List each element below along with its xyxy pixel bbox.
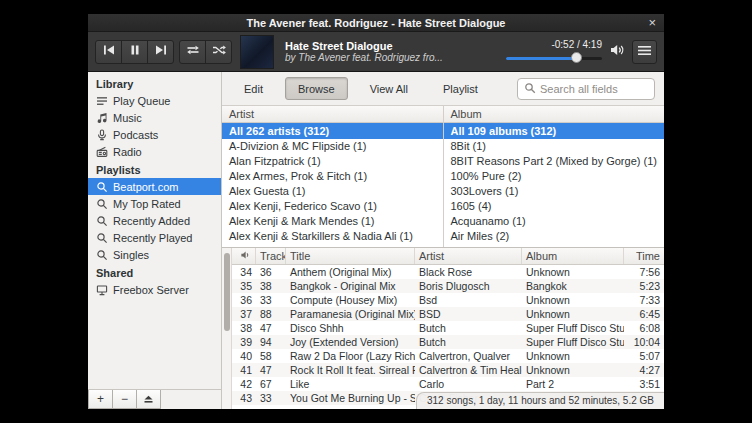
now-playing-title: Hate Street Dialogue <box>285 40 497 52</box>
now-playing-byline: by The Avener feat. Rodriguez fro... <box>285 52 497 63</box>
sidebar-item-my-top-rated[interactable]: My Top Rated <box>88 195 221 212</box>
search-input[interactable] <box>540 83 648 95</box>
album-row[interactable]: Acquanamo (1) <box>444 214 665 229</box>
remove-button[interactable]: − <box>112 390 137 409</box>
volume-button[interactable] <box>609 43 625 60</box>
album-row[interactable]: Air Miles (2) <box>444 229 665 244</box>
add-button[interactable]: + <box>88 390 113 409</box>
artist-row[interactable]: A-Divizion & MC Flipside (1) <box>222 139 443 154</box>
view-toolbar-buttons: EditBrowseView AllPlaylist <box>231 77 491 100</box>
track-column-header[interactable]: Track <box>256 248 286 264</box>
repeat-button[interactable] <box>179 40 206 64</box>
album-row[interactable]: 100% Pure (2) <box>444 169 665 184</box>
album-row[interactable]: 1605 (4) <box>444 199 665 214</box>
pause-icon <box>129 44 141 59</box>
view-button-browse[interactable]: Browse <box>285 77 348 100</box>
track-row[interactable]: 37 88 Paramanesia (Original Mix) BSD Unk… <box>232 307 664 321</box>
artist-row[interactable]: Alex Guesta (1) <box>222 184 443 199</box>
scrollbar-thumb[interactable] <box>224 253 230 331</box>
artist-list: All 262 artists (312)A-Divizion & MC Fli… <box>222 123 443 247</box>
artist-row[interactable]: All 262 artists (312) <box>222 123 443 139</box>
track-row[interactable]: 42 67 Like Carlo Part 2 3:51 <box>232 377 664 391</box>
track-row[interactable]: 34 36 Anthem (Original Mix) Black Rose U… <box>232 265 664 279</box>
sidebar-item-recently-played[interactable]: Recently Played <box>88 229 221 246</box>
progress-fill <box>506 57 577 60</box>
pause-button[interactable] <box>121 40 148 64</box>
view-button-edit[interactable]: Edit <box>231 77 276 100</box>
album-list: All 109 albums (312)8Bit (1)8BIT Reasons… <box>444 123 665 247</box>
previous-button[interactable] <box>95 40 122 64</box>
sidebar-section-header: Playlists <box>88 160 221 178</box>
sidebar-item-beatport-com[interactable]: Beatport.com <box>88 178 221 195</box>
auto-playlist-icon <box>96 232 108 244</box>
sidebar-item-play-queue[interactable]: Play Queue <box>88 92 221 109</box>
track-row[interactable]: 39 94 Joy (Extended Version) Butch Super… <box>232 335 664 349</box>
podcast-icon <box>96 129 108 141</box>
album-row[interactable]: 303Lovers (1) <box>444 184 665 199</box>
sidebar-item-radio[interactable]: Radio <box>88 143 221 160</box>
now-playing: Hate Street Dialogue by The Avener feat.… <box>285 40 497 63</box>
window-title: The Avener feat. Rodriguez - Hate Street… <box>247 17 506 29</box>
progress-stack: -0:52 / 4:19 <box>502 39 602 64</box>
album-col-header[interactable]: Album <box>522 248 624 264</box>
titlebar[interactable]: The Avener feat. Rodriguez - Hate Street… <box>88 14 664 32</box>
sidebar-item-music[interactable]: Music <box>88 109 221 126</box>
mode-controls <box>179 40 232 64</box>
title-column-header[interactable]: Title <box>286 248 415 264</box>
tracklist-table: Track Title Artist Album Time 34 36 Anth… <box>232 248 664 409</box>
auto-playlist-icon <box>96 198 108 210</box>
time-column-header[interactable]: Time <box>624 248 664 264</box>
hamburger-icon <box>638 44 651 59</box>
album-column-header[interactable]: Album <box>444 106 665 123</box>
sidebar-item-freebox-server[interactable]: Freebox Server <box>88 281 221 298</box>
track-row[interactable]: 40 58 Raw 2 Da Floor (Lazy Rich Re... Ca… <box>232 349 664 363</box>
progress-knob[interactable] <box>571 52 582 63</box>
eject-button[interactable] <box>136 390 161 409</box>
auto-playlist-icon <box>96 181 108 193</box>
view-button-playlist[interactable]: Playlist <box>430 77 491 100</box>
time-label: -0:52 / 4:19 <box>551 39 602 50</box>
artist-row[interactable]: Alex Kenji & Mark Mendes (1) <box>222 214 443 229</box>
view-toolbar: EditBrowseView AllPlaylist <box>222 72 664 106</box>
artist-col-header[interactable]: Artist <box>415 248 522 264</box>
close-button[interactable]: × <box>645 14 659 32</box>
album-row[interactable]: 8BIT Reasons Part 2 (Mixed by Gorge) (1) <box>444 154 665 169</box>
album-art <box>240 35 274 69</box>
seek-slider[interactable] <box>506 52 602 64</box>
sidebar-item-recently-added[interactable]: Recently Added <box>88 212 221 229</box>
album-row[interactable]: 8Bit (1) <box>444 139 665 154</box>
sidebar-item-singles[interactable]: Singles <box>88 246 221 263</box>
shuffle-button[interactable] <box>205 40 232 64</box>
volume-icon <box>609 43 625 60</box>
server-icon <box>96 284 108 296</box>
track-row[interactable]: 35 38 Bangkok - Original Mix Boris Dlugo… <box>232 279 664 293</box>
sidebar-section: Library Play Queue Music Podcasts Radio <box>88 74 221 160</box>
artist-row[interactable]: Alan Fitzpatrick (1) <box>222 154 443 169</box>
view-button-view-all[interactable]: View All <box>357 77 421 100</box>
sidebar-sections: Library Play Queue Music Podcasts Radio … <box>88 74 221 298</box>
artist-row[interactable]: Alex Kenji & Starkillers & Nadia Ali (1) <box>222 229 443 244</box>
artist-row[interactable]: Alex Armes, Prok & Fitch (1) <box>222 169 443 184</box>
track-row[interactable]: 41 47 Rock It Roll It feat. Sirreal Pip.… <box>232 363 664 377</box>
browser: Artist All 262 artists (312)A-Divizion &… <box>222 106 664 248</box>
track-row[interactable]: 38 47 Disco Shhh Butch Super Fluff Disco… <box>232 321 664 335</box>
artist-row[interactable]: Alex Kenji, Federico Scavo (1) <box>222 199 443 214</box>
sidebar-section: Shared Freebox Server <box>88 263 221 298</box>
sidebar-section-header: Shared <box>88 263 221 281</box>
playing-column-header[interactable] <box>232 248 256 264</box>
tracklist-scrollbar[interactable] <box>222 248 232 409</box>
album-pane: Album All 109 albums (312)8Bit (1)8BIT R… <box>444 106 665 247</box>
next-button[interactable] <box>147 40 174 64</box>
main-area: EditBrowseView AllPlaylist Artist All 26… <box>222 72 664 409</box>
track-row[interactable]: 36 33 Compute (Housey Mix) Bsd Unknown 7… <box>232 293 664 307</box>
sidebar-item-podcasts[interactable]: Podcasts <box>88 126 221 143</box>
artist-column-header[interactable]: Artist <box>222 106 443 123</box>
sidebar-section-items: Beatport.com My Top Rated Recently Added… <box>88 178 221 263</box>
album-row[interactable]: All 109 albums (312) <box>444 123 665 139</box>
sidebar-footer: +− <box>88 389 221 409</box>
repeat-icon <box>186 44 200 59</box>
menu-button[interactable] <box>632 40 657 64</box>
auto-playlist-icon <box>96 249 108 261</box>
search-box[interactable] <box>517 78 655 100</box>
sidebar-section-items: Play Queue Music Podcasts Radio <box>88 92 221 160</box>
